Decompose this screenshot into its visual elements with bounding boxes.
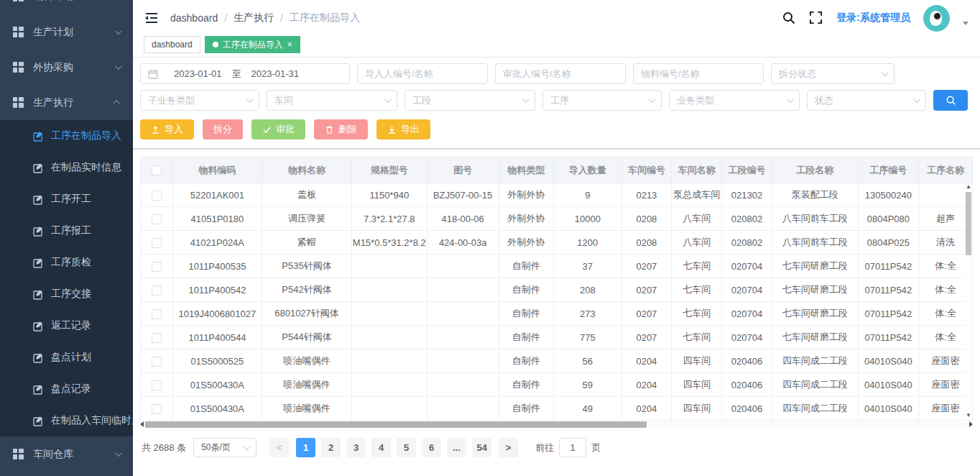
scroll-right-icon[interactable] — [969, 421, 973, 427]
date-start-value: 2023-01-01 — [174, 68, 222, 79]
filter-select-3[interactable]: 工序 — [542, 90, 662, 111]
row-checkbox[interactable] — [152, 238, 162, 248]
table-row[interactable]: 01S500430A喷油嘴偶件自制件490204四车间020406四车间成二工段… — [141, 397, 973, 421]
user-menu-caret-icon[interactable] — [963, 22, 969, 25]
sidebar-subitem-2[interactable]: 工序开工 — [0, 183, 133, 215]
row-checkbox[interactable] — [152, 309, 162, 319]
cell: 020406 — [722, 397, 772, 421]
page-button-2[interactable]: 2 — [321, 438, 341, 457]
row-checkbox[interactable] — [152, 404, 162, 414]
tab-label: 工序在制品导入 — [223, 39, 283, 51]
edit-icon — [33, 321, 44, 331]
fullscreen-icon[interactable] — [809, 11, 823, 25]
sidebar-subitem-0[interactable]: 工序在制品导入 — [0, 120, 133, 152]
tab-dashboard[interactable]: dashboard — [144, 36, 200, 53]
search-icon[interactable] — [782, 11, 796, 25]
date-range-picker[interactable]: 2023-01-01 至 2023-01-31 — [140, 63, 350, 84]
action-button-0[interactable]: 导入 — [140, 119, 194, 139]
page-button-4[interactable]: 4 — [371, 438, 391, 457]
chevron-down-icon — [522, 96, 530, 103]
close-icon[interactable]: × — [287, 40, 292, 49]
sidebar-item-0[interactable]: 生产计划 — [0, 14, 133, 50]
breadcrumb-production[interactable]: 生产执行 — [234, 12, 274, 24]
page-button-5[interactable]: 5 — [397, 438, 416, 457]
row-checkbox[interactable] — [152, 262, 162, 272]
sidebar-subitem-3[interactable]: 工序报工 — [0, 215, 133, 247]
user-avatar[interactable] — [923, 5, 950, 32]
collapse-sidebar-icon[interactable] — [144, 11, 159, 25]
scroll-left-icon[interactable] — [140, 421, 144, 427]
sidebar-subitem-6[interactable]: 返工记录 — [0, 310, 133, 342]
cell: 自制件 — [499, 349, 554, 373]
cell: 盖板 — [262, 183, 351, 207]
filter-select-5[interactable]: 状态 — [807, 90, 926, 111]
next-page-button[interactable]: > — [499, 438, 518, 457]
action-button-3[interactable]: 删除 — [314, 119, 368, 139]
table-row[interactable]: 1011P400542P542针阀体自制件2080207七车间020704七车间… — [141, 278, 973, 302]
sidebar-subitem-9[interactable]: 在制品入车间临时库记 — [0, 405, 133, 436]
table-row[interactable]: 1011P400535P535针阀体自制件370207七车间020704七车间研… — [141, 255, 973, 278]
cell: 1011P400544 — [172, 326, 262, 349]
action-button-4[interactable]: 导出 — [376, 119, 430, 139]
action-button-1[interactable]: 拆分 — [203, 119, 243, 139]
goto-page-input[interactable] — [559, 438, 586, 457]
sidebar-item-partial[interactable]: 销售计划 — [0, 0, 133, 14]
sidebar-subitem-7[interactable]: 盘点计划 — [0, 342, 133, 373]
table-row[interactable]: 41051P0180调压弹簧7.3*2.1*27.8418-00-06外制外协1… — [141, 207, 973, 231]
page-button-1[interactable]: 1 — [296, 438, 315, 457]
sidebar-subitem-4[interactable]: 工序质检 — [0, 247, 133, 278]
page-button-6[interactable]: 6 — [422, 438, 441, 457]
cell: 八车间前车工段 — [772, 207, 858, 231]
scroll-up-icon[interactable]: ▲ — [966, 183, 971, 191]
page-size-select[interactable]: 50条/页 — [193, 438, 256, 457]
sidebar-subitem-8[interactable]: 盘点记录 — [0, 373, 133, 405]
filter-input-0[interactable]: 导入人编号/名称 — [357, 63, 488, 84]
table-row[interactable]: 1011P400544P544针阀体自制件7750207七车间020704七车间… — [141, 326, 973, 349]
vertical-scrollbar[interactable]: ▲ ▼ — [965, 183, 972, 419]
split-status-select[interactable]: 拆分状态 — [771, 63, 895, 84]
horizontal-scroll-thumb[interactable] — [145, 421, 647, 428]
page-button-54[interactable]: 54 — [472, 438, 491, 457]
select-placeholder: 工序 — [550, 94, 569, 107]
filter-input-1[interactable]: 审批人编号/名称 — [495, 63, 626, 84]
filter-select-2[interactable]: 工段 — [405, 90, 535, 111]
sidebar-subitem-1[interactable]: 在制品实时信息 — [0, 152, 133, 183]
filter-select-0[interactable]: 子业务类型 — [140, 90, 259, 111]
breadcrumb-dashboard[interactable]: dashboard — [170, 12, 218, 24]
sidebar-subitem-label: 工序质检 — [51, 256, 91, 269]
table-row[interactable]: 41021P024A紧帽M15*0.5*31.2*8.2424-00-03a外制… — [141, 231, 973, 255]
action-button-2[interactable]: 审批 — [251, 119, 305, 139]
row-checkbox[interactable] — [152, 357, 162, 367]
page-button-3[interactable]: 3 — [346, 438, 366, 457]
row-checkbox[interactable] — [152, 285, 162, 296]
filter-select-1[interactable]: 车间 — [267, 90, 397, 111]
sidebar-item-2[interactable]: 生产执行 — [0, 85, 133, 120]
table-row[interactable]: 52201AK001盖板1150*940BZJ507-00-15外制外协9021… — [141, 183, 973, 207]
row-checkbox[interactable] — [152, 191, 162, 201]
row-checkbox[interactable] — [152, 333, 162, 343]
tab-current-page[interactable]: 工序在制品导入 × — [205, 36, 300, 53]
cell: 020704 — [722, 302, 772, 326]
check-icon — [262, 125, 272, 134]
table-row[interactable]: 1019J40068010276801027针阀体自制件2730207七车间02… — [141, 302, 973, 326]
cell: 021302 — [722, 183, 772, 207]
sidebar-subitem-5[interactable]: 工序交接 — [0, 278, 133, 310]
scroll-down-icon[interactable]: ▼ — [966, 412, 971, 419]
filter-select-4[interactable]: 业务类型 — [669, 90, 800, 111]
table-row[interactable]: 01S5000525喷油嘴偶件自制件560204四车间020406四车间成二工段… — [141, 349, 973, 373]
more-pages-button[interactable]: ... — [447, 438, 466, 457]
prev-page-button[interactable]: < — [269, 438, 289, 457]
table-row[interactable]: 01S500430A喷油嘴偶件自制件590204四车间020406四车间成二工段… — [141, 373, 973, 397]
vertical-scroll-thumb[interactable] — [966, 192, 971, 255]
row-checkbox[interactable] — [152, 214, 162, 224]
select-all-checkbox[interactable] — [152, 165, 162, 175]
search-button[interactable] — [933, 90, 968, 111]
horizontal-scrollbar[interactable] — [140, 421, 973, 428]
sidebar-item-warehouse[interactable]: 车间仓库 — [0, 436, 133, 472]
trash-icon — [325, 125, 334, 134]
row-checkbox[interactable] — [152, 380, 162, 390]
sidebar-subitem-label: 返工记录 — [51, 319, 91, 332]
cell: 七车间研磨工段 — [772, 302, 858, 326]
filter-input-2[interactable]: 物料编号/名称 — [633, 63, 764, 84]
sidebar-item-1[interactable]: 外协采购 — [0, 50, 133, 85]
